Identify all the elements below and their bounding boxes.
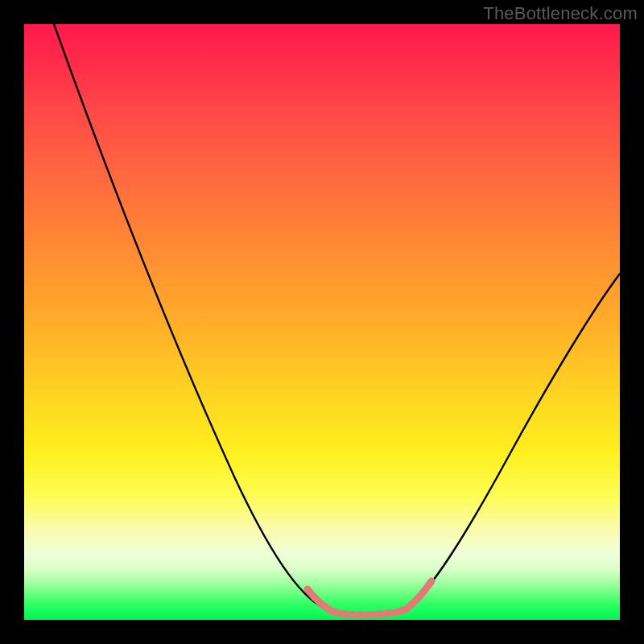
curve-accent-right bbox=[394, 581, 431, 613]
watermark-text: TheBottleneck.com bbox=[483, 3, 638, 24]
bottleneck-curve bbox=[24, 24, 620, 620]
chart-frame: TheBottleneck.com bbox=[0, 0, 644, 644]
curve-accent-floor bbox=[333, 612, 394, 615]
plot-area bbox=[24, 24, 620, 620]
curve-main bbox=[54, 24, 620, 615]
